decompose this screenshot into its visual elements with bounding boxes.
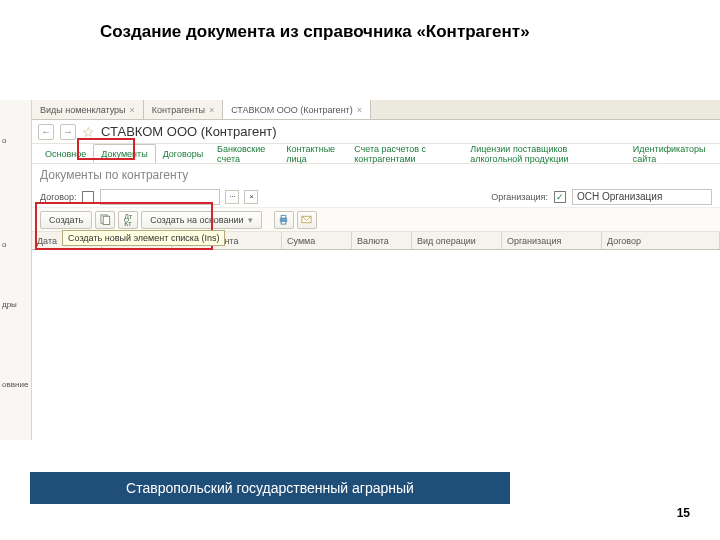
create-on-basis-button[interactable]: Создать на основании▾ — [141, 211, 261, 229]
subtab-bank-accounts[interactable]: Банковские счета — [210, 144, 279, 163]
forward-button[interactable]: → — [60, 124, 76, 140]
email-button[interactable] — [297, 211, 317, 229]
subtab-osnovnoe[interactable]: Основное — [38, 144, 93, 163]
col-currency[interactable]: Валюта — [352, 232, 412, 249]
create-tooltip: Создать новый элемент списка (Ins) — [62, 230, 225, 246]
window-tabs: Виды номенклатуры× Контрагенты× СТАВКОМ … — [32, 100, 720, 120]
footer-text: Ставропольский государственный аграрный — [126, 480, 414, 496]
email-icon — [301, 214, 312, 225]
footer-bar: Ставропольский государственный аграрный — [30, 472, 510, 504]
col-optype[interactable]: Вид операции — [412, 232, 502, 249]
tab-label: Контрагенты — [152, 105, 205, 115]
toolbar: Создать ДтКт Создать на основании▾ Созда… — [32, 208, 720, 232]
sidebar-label: о — [2, 240, 6, 249]
left-sidebar: о о дры ование — [0, 100, 32, 440]
back-button[interactable]: ← — [38, 124, 54, 140]
subtab-site-ids[interactable]: Идентификаторы сайта — [626, 144, 714, 163]
filter-row: Договор: ··· × Организация: ✓ ОСН Органи… — [32, 186, 720, 208]
close-icon[interactable]: × — [357, 105, 362, 115]
dtkt-button[interactable]: ДтКт — [118, 211, 138, 229]
tab-vidy-nomenklatury[interactable]: Виды номенклатуры× — [32, 100, 144, 119]
dogovor-clear-button[interactable]: × — [244, 190, 258, 204]
page-number: 15 — [677, 506, 690, 520]
dogovor-label: Договор: — [40, 192, 76, 202]
subtab-licenses[interactable]: Лицензии поставщиков алкогольной продукц… — [463, 144, 626, 163]
tab-kontragenty[interactable]: Контрагенты× — [144, 100, 223, 119]
section-title: Документы по контрагенту — [32, 164, 720, 186]
col-org[interactable]: Организация — [502, 232, 602, 249]
sidebar-label: ование — [2, 380, 28, 389]
subtab-dokumenty[interactable]: Документы — [93, 144, 155, 163]
close-icon[interactable]: × — [209, 105, 214, 115]
col-sum[interactable]: Сумма — [282, 232, 352, 249]
col-dogovor[interactable]: Договор — [602, 232, 720, 249]
print-icon — [278, 214, 289, 225]
subtab-accounts[interactable]: Счета расчетов с контрагентами — [347, 144, 463, 163]
grid-body[interactable] — [32, 250, 720, 440]
tab-stavkom[interactable]: СТАВКОМ ООО (Контрагент)× — [223, 100, 371, 119]
main-pane: Виды номенклатуры× Контрагенты× СТАВКОМ … — [32, 100, 720, 440]
org-checkbox[interactable]: ✓ — [554, 191, 566, 203]
app-window: о о дры ование Виды номенклатуры× Контра… — [0, 100, 720, 440]
dogovor-field[interactable] — [100, 189, 220, 205]
sidebar-label: о — [2, 136, 6, 145]
svg-rect-3 — [281, 215, 286, 218]
org-label: Организация: — [491, 192, 548, 202]
sidebar-label: дры — [2, 300, 17, 309]
svg-rect-4 — [281, 221, 286, 224]
subtab-dogovory[interactable]: Договоры — [156, 144, 210, 163]
tab-label: СТАВКОМ ООО (Контрагент) — [231, 105, 353, 115]
slide-title: Создание документа из справочника «Контр… — [100, 22, 530, 42]
subtab-bar: Основное Документы Договоры Банковские с… — [32, 144, 720, 164]
create-button[interactable]: Создать — [40, 211, 92, 229]
copy-icon — [100, 214, 111, 225]
copy-button[interactable] — [95, 211, 115, 229]
star-icon[interactable]: ☆ — [82, 124, 95, 140]
subtab-contacts[interactable]: Контактные лица — [279, 144, 347, 163]
dogovor-more-button[interactable]: ··· — [225, 190, 239, 204]
page-title: СТАВКОМ ООО (Контрагент) — [101, 124, 277, 139]
svg-rect-1 — [103, 216, 109, 224]
print-button[interactable] — [274, 211, 294, 229]
org-field[interactable]: ОСН Организация — [572, 189, 712, 205]
tab-label: Виды номенклатуры — [40, 105, 126, 115]
header-row: ← → ☆ СТАВКОМ ООО (Контрагент) — [32, 120, 720, 144]
close-icon[interactable]: × — [130, 105, 135, 115]
dogovor-checkbox[interactable] — [82, 191, 94, 203]
